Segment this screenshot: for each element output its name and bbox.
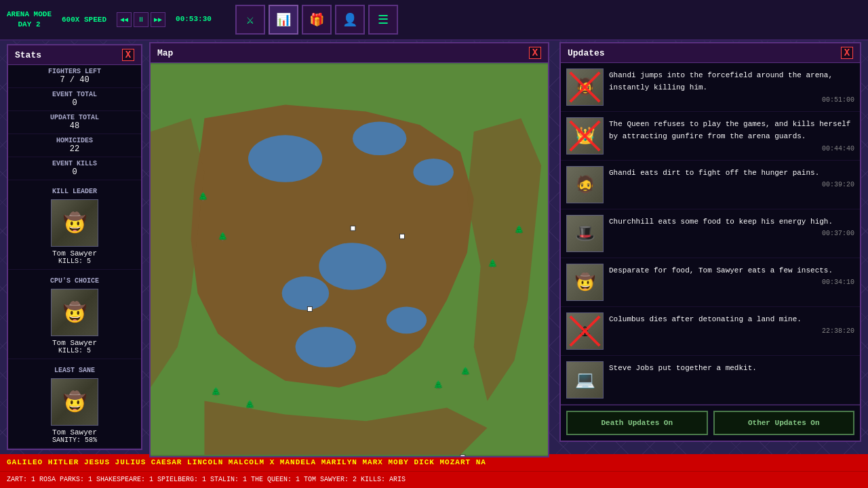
homicides-row: HOMICIDES 22 bbox=[8, 134, 141, 157]
svg-point-3 bbox=[353, 121, 406, 155]
ticker-row-bottom: ZART: 1 ROSA PARKS: 1 SHAKESPEARE: 1 SPI… bbox=[0, 472, 868, 489]
update-item: 🎩Churchhill eats some food to keep his e… bbox=[561, 209, 860, 258]
bottom-ticker: GALILEO HITLER JESUS JULIUS CAESAR LINCO… bbox=[0, 454, 868, 488]
speed-rewind-btn[interactable]: ◀◀ bbox=[117, 12, 132, 27]
updates-close-btn[interactable]: X bbox=[841, 47, 853, 59]
svg-rect-23 bbox=[307, 307, 312, 312]
kill-leader-img: 🤠 bbox=[52, 200, 98, 246]
update-text: Ghandi jumps into the forcefield around … bbox=[609, 71, 833, 92]
svg-text:🌲: 🌲 bbox=[198, 191, 208, 202]
portrait-img: 🎩 bbox=[567, 216, 603, 251]
update-content: Ghandi eats dirt to fight off the hunger… bbox=[609, 166, 854, 188]
least-sane-name: Tom Sawyer bbox=[15, 428, 134, 436]
least-sane-label: LEAST SANE bbox=[54, 367, 95, 374]
toolbar-gift-icon[interactable]: 🎁 bbox=[302, 5, 332, 35]
stats-title: Stats bbox=[15, 50, 41, 60]
svg-text:🌲: 🌲 bbox=[211, 386, 221, 397]
svg-rect-20 bbox=[351, 226, 355, 230]
update-portrait: ⚓ bbox=[566, 312, 604, 350]
ticker-text-1: GALILEO HITLER JESUS JULIUS CAESAR LINCO… bbox=[7, 458, 486, 466]
kill-leader-name: Tom Sawyer bbox=[15, 249, 134, 258]
timer-display: 00:53:30 bbox=[176, 14, 212, 24]
update-portrait: 🧔 bbox=[566, 166, 604, 203]
update-text: Ghandi eats dirt to fight off the hunger… bbox=[609, 169, 819, 177]
timer: 00:53:30 bbox=[176, 15, 212, 23]
update-time: 00:39:20 bbox=[609, 181, 854, 188]
mode-info: ARENA MODE DAY 2 bbox=[7, 9, 52, 30]
cpu-choice-name: Tom Sawyer bbox=[15, 339, 134, 347]
death-x-overlay bbox=[567, 69, 603, 105]
speed-label: 600X SPEED bbox=[62, 16, 106, 24]
least-sane-img: 🤠 bbox=[52, 379, 98, 425]
portrait-img: 🤠 bbox=[567, 264, 603, 300]
update-portrait: 🎩 bbox=[566, 215, 604, 252]
svg-point-5 bbox=[319, 243, 386, 290]
svg-point-7 bbox=[296, 327, 356, 367]
kill-leader-portrait: 🤠 bbox=[51, 199, 98, 247]
svg-point-2 bbox=[248, 135, 322, 182]
speed-info: 600X SPEED bbox=[62, 16, 106, 24]
update-content: Columbus dies after detonating a land mi… bbox=[609, 312, 854, 335]
update-content: Churchhill eats some food to keep his en… bbox=[609, 215, 854, 237]
cpu-choice-portrait: 🤠 bbox=[51, 289, 98, 336]
event-total-value: 0 bbox=[15, 98, 134, 108]
main-layout: ARENA MODE DAY 2 600X SPEED ◀◀ ⏸ ▶▶ 00:5… bbox=[0, 0, 868, 488]
event-kills-value: 0 bbox=[15, 167, 134, 177]
updates-list: 🧔 Ghandi jumps into the forcefield aroun… bbox=[561, 63, 860, 405]
svg-point-4 bbox=[413, 159, 454, 186]
cpu-choice-label: CPU'S CHOICE bbox=[50, 277, 99, 285]
update-portrait: 👑 bbox=[566, 117, 604, 155]
svg-text:🌲: 🌲 bbox=[218, 231, 228, 242]
svg-text:🌲: 🌲 bbox=[488, 258, 498, 269]
death-updates-btn[interactable]: Death Updates On bbox=[566, 411, 708, 435]
update-item: 👑 The Queen refuses to play the games, a… bbox=[561, 112, 860, 161]
other-updates-btn[interactable]: Other Updates On bbox=[713, 411, 855, 435]
stats-close-btn[interactable]: X bbox=[122, 49, 134, 61]
event-total-label: EVENT TOTAL bbox=[15, 91, 134, 98]
svg-point-8 bbox=[387, 307, 427, 334]
update-text: Desparate for food, Tom Sawyer eats a fe… bbox=[609, 266, 833, 274]
map-title: Map bbox=[157, 48, 173, 58]
fighters-left-row: FIGHTERS LEFT 7 / 40 bbox=[8, 65, 141, 88]
homicides-value: 22 bbox=[15, 144, 134, 154]
least-sane-portrait: 🤠 bbox=[51, 378, 98, 426]
cpu-choice-section: CPU'S CHOICE 🤠 Tom Sawyer KILLS: 5 bbox=[8, 270, 141, 359]
kill-leader-kills: KILLS: 5 bbox=[15, 258, 134, 265]
speed-pause-btn[interactable]: ⏸ bbox=[134, 12, 149, 27]
update-time: 00:37:00 bbox=[609, 230, 854, 237]
update-item: 🧔 Ghandi jumps into the forcefield aroun… bbox=[561, 63, 860, 112]
svg-text:🌲: 🌲 bbox=[460, 366, 471, 377]
mode-line1: ARENA MODE bbox=[7, 10, 52, 18]
death-x-overlay bbox=[567, 118, 603, 154]
event-kills-label: EVENT KILLS bbox=[15, 160, 134, 167]
toolbar-sword-icon[interactable]: ⚔ bbox=[235, 5, 265, 35]
speed-forward-btn[interactable]: ▶▶ bbox=[151, 12, 165, 27]
update-time: 00:44:40 bbox=[609, 145, 854, 152]
update-item: ⚓ Columbus dies after detonating a land … bbox=[561, 307, 860, 356]
update-text: The Queen refuses to play the games, and… bbox=[609, 120, 850, 140]
update-content: Desparate for food, Tom Sawyer eats a fe… bbox=[609, 264, 854, 286]
kill-leader-section: KILL LEADER 🤠 Tom Sawyer KILLS: 5 bbox=[8, 180, 141, 270]
svg-text:🌲: 🌲 bbox=[433, 380, 443, 390]
toolbar-person-icon[interactable]: 👤 bbox=[335, 5, 365, 35]
update-time: 00:34:10 bbox=[609, 279, 854, 286]
svg-text:🌲: 🌲 bbox=[245, 400, 255, 411]
fighters-left-label: FIGHTERS LEFT bbox=[15, 68, 134, 75]
update-total-value: 48 bbox=[15, 121, 134, 131]
map-close-btn[interactable]: X bbox=[529, 47, 541, 59]
map-panel: Map X bbox=[149, 42, 549, 458]
toolbar-chart-icon[interactable]: 📊 bbox=[269, 5, 298, 35]
updates-header: Updates X bbox=[561, 43, 860, 63]
svg-rect-24 bbox=[460, 455, 465, 456]
least-sane-section: LEAST SANE 🤠 Tom Sawyer SANITY: 58% bbox=[8, 359, 141, 449]
least-sane-sanity: SANITY: 58% bbox=[15, 436, 134, 444]
portrait-img: 🧔 bbox=[567, 167, 603, 203]
updates-panel: Updates X 🧔 Ghandi jumps into the forcef… bbox=[559, 42, 861, 442]
updates-title: Updates bbox=[568, 48, 605, 58]
portrait-img: 💻 bbox=[567, 362, 603, 398]
event-total-row: EVENT TOTAL 0 bbox=[8, 88, 141, 111]
homicides-label: HOMICIDES bbox=[15, 137, 134, 144]
toolbar-menu-icon[interactable]: ☰ bbox=[368, 5, 398, 35]
event-kills-row: EVENT KILLS 0 bbox=[8, 157, 141, 180]
update-text: Columbus dies after detonating a land mi… bbox=[609, 315, 802, 323]
